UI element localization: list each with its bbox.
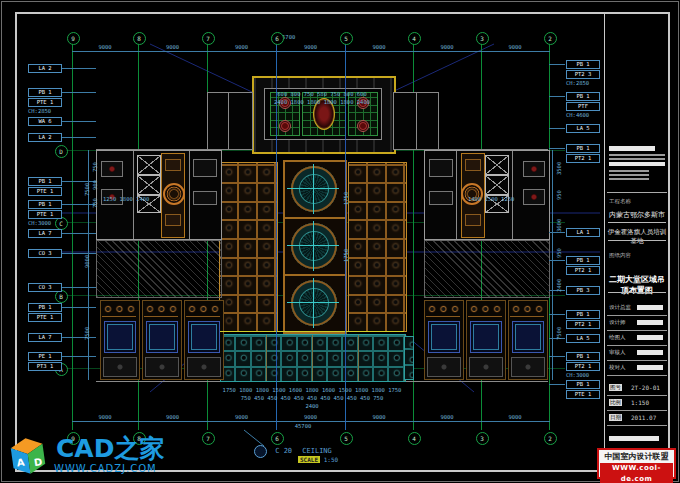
finish-tag: LA 7 — [28, 333, 62, 342]
tag-leader — [549, 260, 565, 261]
tag-leader — [549, 314, 565, 315]
module-navy-panel — [146, 321, 178, 353]
tag-leader — [549, 356, 565, 357]
grid-bubble: D — [55, 145, 68, 158]
contact-text-bar — [609, 170, 649, 172]
dimension-text: 9000 — [235, 414, 248, 420]
finish-tag: LA 5 — [566, 334, 600, 343]
dimension-text: 3500 — [556, 162, 562, 175]
signature-bar — [637, 320, 663, 325]
dome-crosshair-v — [313, 278, 314, 328]
project-name-line2: 伊金霍洛旗人员培训基地 — [606, 228, 668, 246]
rosette-red — [531, 166, 537, 172]
detail-circle-icon — [254, 445, 267, 458]
grid-bubble: 4 — [408, 432, 421, 445]
tag-leader — [549, 96, 565, 97]
coffer-grid-right — [348, 162, 407, 332]
logo-url[interactable]: WWW.CADZJ.COM — [54, 463, 157, 474]
tag-code: LA 7 — [28, 333, 62, 342]
grid-bubble: 8 — [133, 32, 146, 45]
elevator-shaft — [137, 175, 161, 195]
dimension-text: 2400 1800 1800 1800 1800 2400 — [274, 99, 370, 105]
right-module-1 — [424, 300, 464, 380]
entrance-ceiling-panel — [252, 76, 396, 154]
dimension-text: 7500 — [556, 327, 562, 340]
finish-tag: CO 3 — [28, 283, 62, 292]
dimension-text: 9000 — [166, 414, 179, 420]
rosette-red — [531, 194, 537, 200]
tag-code: PTE 1 — [28, 210, 62, 219]
room-left-of-entrance — [207, 92, 253, 150]
wall-line — [416, 93, 417, 149]
module-navy-panel — [470, 321, 502, 353]
tag-leader — [549, 128, 565, 129]
tag-code: CO 3 — [28, 249, 62, 258]
module-foot-panel — [187, 357, 221, 377]
design-alliance-banner[interactable]: 中国室内设计联盟 WWW.cool-de.com — [597, 448, 676, 479]
tag-code: PT2 1 — [566, 154, 600, 163]
right-module-3 — [508, 300, 548, 380]
finish-tag: LA 7 — [28, 229, 62, 238]
tag-code: PB 1 — [566, 144, 600, 153]
module-foot-panel — [103, 357, 137, 377]
corridor-panel — [465, 159, 481, 171]
dimension-text: 1750 — [343, 192, 349, 205]
tag-code: PTE 1 — [566, 390, 600, 399]
module-rosette-row — [468, 302, 502, 317]
dimension-text: 9000 — [372, 414, 385, 420]
tag-code: PB 1 — [28, 177, 62, 186]
module-foot-panel — [145, 357, 179, 377]
grid-bubble: 5 — [340, 32, 353, 45]
wall-line — [456, 151, 457, 239]
cube-icon: A D — [5, 433, 50, 478]
sign-row: 绘图人 — [607, 330, 667, 346]
grid-bubble: 2 — [544, 32, 557, 45]
right-module-2 — [466, 300, 506, 380]
grid-bubble: 9 — [67, 32, 80, 45]
elevator-shaft — [137, 155, 161, 175]
sign-label: 设计师 — [609, 319, 626, 325]
tag-code: PB 1 — [28, 88, 62, 97]
tag-code: PB 1 — [566, 92, 600, 101]
field-label: 比例 — [609, 399, 622, 406]
tag-code: LA 1 — [566, 228, 600, 237]
tag-leader — [549, 384, 565, 385]
room-right-of-entrance — [393, 92, 439, 150]
rosette-red — [357, 120, 369, 132]
sign-row: 审核人 — [607, 345, 667, 361]
tb-separator — [607, 192, 667, 193]
sign-row: 设计师 — [607, 315, 667, 331]
cad-sheet: 工程名称 内蒙古鄂尔多斯市 伊金霍洛旗人员培训基地 图纸内容 二期大堂区域吊顶布… — [0, 0, 680, 483]
tag-code: LA 5 — [566, 124, 600, 133]
signature-bar — [637, 365, 663, 370]
finish-tag: LA 2 — [28, 133, 62, 142]
rosette-red — [109, 166, 115, 172]
small-room-panel — [193, 191, 217, 205]
tag-code: PTE 1 — [28, 313, 62, 322]
dome-panel-2 — [283, 217, 347, 277]
dome-panel-1 — [283, 160, 347, 220]
dome-panel-3 — [283, 274, 347, 334]
module-rosette-row — [426, 302, 460, 317]
tag-code: PB 1 — [28, 303, 62, 312]
module-rosette-row — [102, 302, 136, 317]
title-block: 工程名称 内蒙古鄂尔多斯市 伊金霍洛旗人员培训基地 图纸内容 二期大堂区域吊顶布… — [604, 12, 669, 468]
dimension-text: 9000 — [84, 255, 90, 268]
right-dim-line — [552, 150, 553, 380]
project-label: 工程名称 — [609, 198, 631, 204]
tag-leader — [62, 233, 96, 234]
tag-code: PT2 3 — [566, 70, 600, 79]
banner-url: WWW.cool-de.com — [600, 463, 673, 483]
dome-circle — [291, 166, 337, 212]
field-row: 图号2T-20-01 — [607, 380, 667, 396]
footer-bar — [609, 436, 659, 441]
dimension-text: 7500 — [84, 183, 90, 196]
small-room-panel — [429, 191, 453, 205]
dimension-text: 9000 — [372, 44, 385, 50]
dimension-text: 750 — [92, 162, 98, 172]
tag-code: LA 5 — [566, 334, 600, 343]
tag-ceiling-height: CH:2850 — [566, 80, 600, 87]
finish-tag: PE 1PT3 1 — [28, 352, 62, 371]
dimension-text: 9000 — [98, 44, 111, 50]
dimension-text: 9000 — [508, 414, 521, 420]
